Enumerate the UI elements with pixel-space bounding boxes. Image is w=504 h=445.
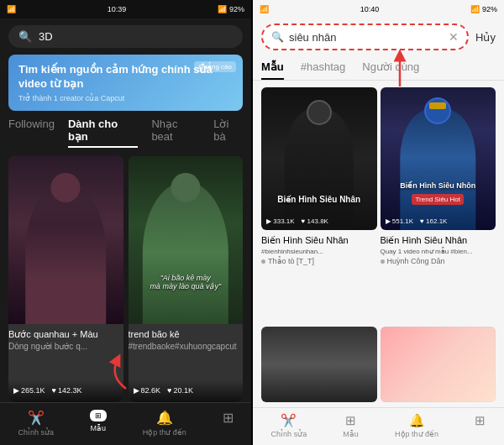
right-grid-icon: ⊞: [475, 413, 486, 428]
right-nav-templates[interactable]: ⊞ Mẫu: [343, 413, 359, 438]
left-status-icons: 📶: [7, 5, 16, 13]
result-info-2: Biến Hình Siêu Nhân Quay 1 video như mẫu…: [381, 230, 496, 270]
result-card-2[interactable]: Biến Hình Siêu Nhôn Trend Siêu Hot ▶ 551…: [381, 87, 496, 323]
result-stats-2: ▶ 551.1K ♥ 162.1K: [386, 217, 448, 225]
left-tabs: Following Dành cho bạn Nhạc beat Lời bà: [0, 118, 251, 148]
likes-1: ♥142.3K: [52, 386, 82, 395]
tab-lyrics[interactable]: Lời bà: [213, 118, 243, 148]
left-time: 10:39: [108, 5, 127, 13]
right-nav-inbox-label: Hộp thư đến: [395, 430, 438, 438]
result-author-2: Quay 1 video như mẫu #bien...: [381, 248, 496, 255]
scissors-icon: ✂️: [28, 410, 45, 426]
nav-inbox-label: Hộp thư đến: [143, 428, 186, 437]
result-views-2: ▶ 551.1K: [386, 217, 414, 225]
trend-hot-badge: Trend Siêu Hot: [412, 194, 464, 205]
right-nav-inbox[interactable]: 🔔 Hộp thư đến: [395, 413, 438, 438]
right-tab-users[interactable]: Người dùng: [362, 55, 419, 80]
video-card-1[interactable]: ▶265.1K ♥142.3K Bước quanhau + Màu Dòng …: [8, 156, 123, 402]
battery-text: 92%: [229, 5, 244, 13]
right-templates-icon: ⊞: [345, 413, 356, 428]
nav-templates[interactable]: ⊞ Mẫu: [90, 410, 107, 437]
result-stats-1: ▶ 333.1K ♥ 143.8K: [266, 217, 328, 225]
views-2: ▶82.6K: [134, 386, 161, 395]
result-likes-2: ♥ 162.1K: [420, 217, 447, 225]
bell-icon: 🔔: [156, 410, 173, 426]
search-icon: 🔍: [18, 30, 32, 43]
right-search-input[interactable]: [289, 31, 444, 44]
video-stats-1: ▶265.1K ♥142.3K: [13, 386, 118, 395]
results-grid: Biến Hình Siêu Nhân ▶ 333.1K ♥ 143.8K Bi…: [253, 81, 504, 323]
nav-grid[interactable]: ⊞: [223, 410, 234, 437]
tab-for-you[interactable]: Dành cho bạn: [68, 118, 138, 148]
promo-banner: Tìm kiếm nguồn cảm hứng chính sửa video …: [8, 55, 243, 111]
result-author-1: #bienhinhsieunhan...: [261, 248, 377, 255]
video-author-1: Dòng người bước q...: [8, 342, 123, 351]
right-wifi-icon: 📶: [470, 5, 480, 13]
tab-music[interactable]: Nhạc beat: [151, 118, 200, 148]
video-info-1: Bước quanhau + Màu Dòng người bước q...: [8, 324, 123, 355]
left-search-input[interactable]: [39, 30, 233, 43]
right-nav-edit-label: Chỉnh sửa: [271, 430, 307, 438]
video-card-2[interactable]: "Ai bão kê màymà mày lào quà vậy" ▶82.6K…: [129, 156, 244, 402]
templates-icon: ⊞: [90, 410, 107, 421]
video-grid: ▶265.1K ♥142.3K Bước quanhau + Màu Dòng …: [0, 156, 251, 402]
right-panel: 📶 10:40 📶 92% 🔍 ✕ Hủy Mẫu #hashtag: [253, 0, 504, 445]
nav-edit-label: Chỉnh sửa: [18, 428, 54, 437]
grid-icon: ⊞: [223, 410, 234, 426]
right-nav-templates-label: Mẫu: [343, 430, 359, 438]
right-battery: 92%: [482, 5, 497, 13]
signal-icon: 📶: [7, 5, 16, 13]
video-title-2: trend bão kê: [129, 328, 244, 340]
nav-templates-label: Mẫu: [91, 424, 107, 432]
right-status-bar: 📶 10:40 📶 92%: [253, 0, 504, 18]
right-status-right: 📶 92%: [470, 5, 497, 13]
left-status-bar: 📶 10:39 📶 92%: [0, 0, 251, 18]
video-author-2: #trendbaoke#xuhuongcapcut: [129, 342, 244, 351]
result-badge-1: Biến Hình Siêu Nhân: [265, 195, 374, 205]
cancel-button[interactable]: Hủy: [475, 31, 496, 44]
right-nav-edit[interactable]: ✂️ Chỉnh sửa: [271, 413, 307, 438]
tab-following[interactable]: Following: [8, 118, 55, 148]
nav-edit[interactable]: ✂️ Chỉnh sửa: [18, 410, 54, 437]
nav-inbox[interactable]: 🔔 Hộp thư đến: [143, 410, 186, 437]
result-likes-1: ♥ 143.8K: [302, 217, 328, 225]
right-tab-templates[interactable]: Mẫu: [261, 55, 284, 80]
video-info-2: trend bão kê #trendbaoke#xuhuongcapcut: [129, 324, 244, 355]
right-signal-icon: 📶: [260, 5, 269, 13]
right-status-icons: 📶 92%: [218, 5, 244, 13]
likes-2: ♥20.1K: [167, 386, 193, 395]
result-views-1: ▶ 333.1K: [266, 217, 295, 225]
right-search-row: 🔍 ✕ Hủy: [253, 18, 504, 55]
bottom-card-2[interactable]: [381, 327, 496, 402]
result-title-2: Biến Hình Siêu Nhân: [381, 234, 496, 246]
result-info-1: Biến Hình Siêu Nhân #bienhinhsieunhan...…: [261, 230, 377, 270]
bottom-card-1[interactable]: [261, 327, 377, 402]
result-title-1: Biến Hình Siêu Nhân: [261, 234, 377, 246]
wifi-icon: 📶: [218, 5, 227, 13]
result-thumb-1: Biến Hình Siêu Nhân ▶ 333.1K ♥ 143.8K: [261, 87, 377, 230]
result-creator-2: Huỳnh Công Dân: [381, 257, 496, 265]
left-search-bar[interactable]: 🔍: [8, 25, 243, 48]
video-stats-2: ▶82.6K ♥20.1K: [134, 386, 239, 395]
video-title-1: Bước quanhau + Màu: [8, 328, 123, 340]
right-bell-icon: 🔔: [409, 413, 425, 428]
author-dot-1: [261, 259, 265, 264]
result-thumb-2: Biến Hình Siêu Nhôn Trend Siêu Hot ▶ 551…: [381, 87, 496, 230]
right-tab-hashtag[interactable]: #hashtag: [301, 55, 346, 80]
bottom-results-row: [253, 323, 504, 407]
banner-subtitle: Trở thành 1 creator của Capcut: [18, 94, 233, 102]
right-search-box[interactable]: 🔍 ✕: [261, 24, 469, 50]
views-1: ▶265.1K: [13, 386, 45, 395]
right-time: 10:40: [360, 5, 380, 13]
result-creator-1: Thảo tò [T_T]: [261, 257, 377, 265]
right-nav-grid[interactable]: ⊞: [475, 413, 486, 438]
left-panel: 📶 10:39 📶 92% 🔍 Tìm kiếm nguồn cảm hứng …: [0, 0, 251, 445]
clear-icon[interactable]: ✕: [449, 30, 459, 44]
right-search-icon: 🔍: [271, 31, 284, 43]
result-badge-right-2: Biến Hình Siêu Nhôn Trend Siêu Hot: [384, 181, 493, 205]
author-dot-2: [381, 259, 385, 264]
right-tabs: Mẫu #hashtag Người dùng: [253, 55, 504, 81]
right-status-left: 📶: [260, 5, 269, 13]
result-card-1[interactable]: Biến Hình Siêu Nhân ▶ 333.1K ♥ 143.8K Bi…: [261, 87, 377, 323]
right-bottom-nav: ✂️ Chỉnh sửa ⊞ Mẫu 🔔 Hộp thư đến ⊞: [253, 407, 504, 445]
